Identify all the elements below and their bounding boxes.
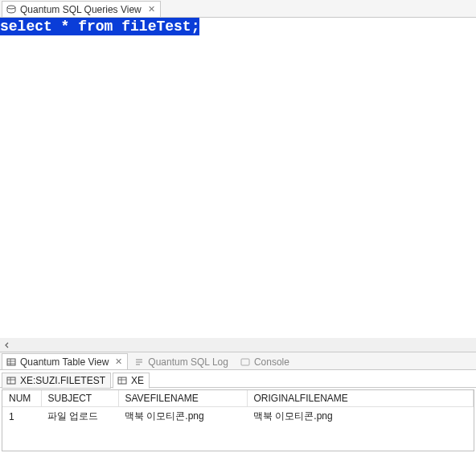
close-icon[interactable]: ✕ — [148, 4, 155, 14]
col-num[interactable]: NUM — [2, 390, 41, 407]
results-table: NUM SUBJECT SAVEFILENAME ORIGINALFILENAM… — [2, 390, 474, 426]
tab-quantum-sql-queries[interactable]: Quantum SQL Queries View ✕ — [2, 1, 161, 17]
view-label: Quantum Table View — [20, 356, 109, 368]
sql-text-selected: select * from fileTest; — [0, 18, 199, 35]
col-subject[interactable]: SUBJECT — [41, 390, 118, 407]
tab-quantum-sql-log[interactable]: Quantum SQL Log — [129, 353, 234, 369]
table-icon — [6, 356, 17, 368]
result-subtabs: XE:SUZI.FILETEST XE — [0, 370, 476, 388]
cell-originalfilename: 맥북 이모티콘.png — [247, 407, 474, 426]
tab-label: Quantum SQL Queries View — [20, 4, 142, 15]
cell-savefilename: 맥북 이모티콘.png — [118, 407, 247, 426]
bottom-views-tabbar: Quantum Table View ✕ Quantum SQL Log Con… — [0, 352, 476, 370]
cell-num: 1 — [2, 407, 41, 426]
db-query-icon — [6, 4, 17, 15]
svg-rect-4 — [118, 377, 126, 384]
results-pane: Quantum Table View ✕ Quantum SQL Log Con… — [0, 352, 476, 453]
tab-quantum-table-view[interactable]: Quantum Table View ✕ — [2, 353, 128, 369]
svg-rect-3 — [7, 377, 15, 384]
cell-subject: 파일 업로드 — [41, 407, 118, 426]
table-icon — [6, 375, 17, 386]
subtab-label: XE:SUZI.FILETEST — [20, 375, 105, 386]
subtab-xe-suzi-filetest[interactable]: XE:SUZI.FILETEST — [2, 373, 111, 389]
table-icon — [117, 375, 128, 386]
table-row[interactable]: 1 파일 업로드 맥북 이모티콘.png 맥북 이모티콘.png — [2, 407, 474, 426]
subtab-label: XE — [131, 375, 144, 386]
scroll-left-icon[interactable] — [0, 338, 14, 352]
scroll-track[interactable] — [14, 338, 476, 352]
close-icon[interactable]: ✕ — [115, 356, 122, 367]
sql-query-pane: Quantum SQL Queries View ✕ select * from… — [0, 0, 476, 352]
table-header-row: NUM SUBJECT SAVEFILENAME ORIGINALFILENAM… — [2, 390, 474, 407]
tab-console[interactable]: Console — [236, 353, 295, 369]
col-originalfilename[interactable]: ORIGINALFILENAME — [247, 390, 474, 407]
svg-rect-1 — [7, 359, 15, 365]
log-icon — [133, 356, 145, 368]
results-table-container: NUM SUBJECT SAVEFILENAME ORIGINALFILENAM… — [2, 389, 474, 451]
sql-editor[interactable]: select * from fileTest; — [0, 18, 476, 338]
view-label: Quantum SQL Log — [148, 356, 228, 368]
console-icon — [240, 356, 251, 368]
col-savefilename[interactable]: SAVEFILENAME — [118, 390, 247, 407]
svg-point-0 — [7, 6, 15, 9]
horizontal-scrollbar[interactable] — [0, 338, 476, 352]
subtab-xe[interactable]: XE — [113, 373, 150, 389]
svg-rect-2 — [241, 359, 249, 365]
view-label: Console — [254, 356, 289, 368]
top-tabbar: Quantum SQL Queries View ✕ — [0, 0, 476, 18]
